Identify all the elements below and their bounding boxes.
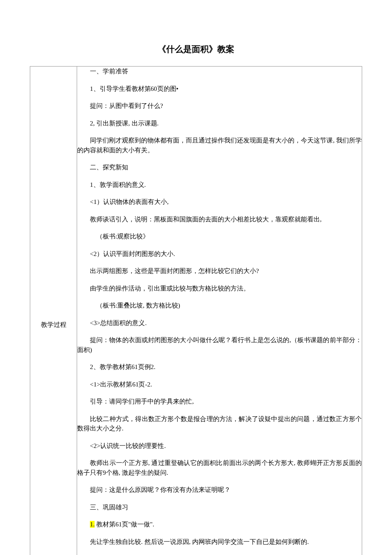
content-line: 教师出示一个正方形, 通过重登确认它的面枳比前面出示的两个长方形大, 教师蝴开正…: [77, 458, 362, 477]
lesson-plan-table: 教学过程 一、学前准答 1、引导学生看教材第60页的图• 提问：从图中看到了什么…: [30, 66, 362, 555]
content-line: <2>认识统一比较的理要性.: [77, 441, 362, 451]
content-line: 出示两组图形，这些是平面封闭图形，怎样比较它们的大小?: [77, 266, 362, 276]
content-line: 引导：请同学们用手中的学具来的忙,: [77, 397, 362, 407]
content-line: <2）认识平面封闭图形的大小.: [77, 249, 362, 259]
highlighted-text: 1.: [90, 521, 95, 528]
content-line: （板书:观察比较》: [77, 232, 362, 241]
content-line: 由学生的操作活动，引出重或比较与数方格比较的方法。: [77, 284, 362, 293]
content-line: 2, 引出新授课, 出示课题.: [77, 119, 362, 128]
content-line: 1、引导学生看教材第60页的图•: [77, 84, 362, 94]
content-line: 教师谈话引入，说明：黑板面和国旗面的去面的大小相差比较大，靠观察就能看出,: [77, 215, 362, 224]
content-line: 提问：这是什么原因呢？你有没有办法来证明呢？: [77, 485, 362, 495]
content-line: （板书:重叠比坡, 数方格比较): [77, 301, 362, 311]
content-line: 三、巩固雄习: [77, 503, 362, 512]
content-line: 2、教学教材第61页例2.: [77, 362, 362, 372]
content-line: 一、学前准答: [77, 67, 362, 76]
content-line: 先让学生独自比较. 然后说一说原因, 内网班内同学交流一下自已是如何到断的.: [77, 537, 362, 547]
content-line: <3>总结面积的意义.: [77, 318, 362, 328]
content-line: 提问：物体的衣面或封闭图形的大小叫做什么呢？看行书上是怎么说的,（板书课题的前半…: [77, 335, 362, 355]
content-line: 比较二种方式，得出数正方形个数是报合理的方法，解决了设疑中提出的问题，通过数正方…: [77, 414, 362, 433]
content-line: 1、敦学面积的意义.: [77, 180, 362, 190]
content-line: 提问：从图中看到了什么?: [77, 101, 362, 111]
content-line: <1）认识物体的表面有大小,: [77, 197, 362, 207]
content-line: 二、探究新知: [77, 163, 362, 172]
row-content-cell: 一、学前准答 1、引导学生看教材第60页的图• 提问：从图中看到了什么? 2, …: [77, 67, 362, 555]
content-line: 同学们刚才观察到的物体都有面，而且通过操作我们还发现面是有大小的，今天这节课, …: [77, 136, 362, 155]
document-title: 《什么是面积》教案: [30, 43, 362, 55]
row-label: 教学过程: [41, 321, 66, 328]
content-line: <1>出示教材第61页-2.: [77, 380, 362, 389]
content-text: 教材第61页"做一做".: [95, 521, 154, 528]
row-label-cell: 教学过程: [30, 67, 77, 555]
content-line: 1. 教材第61页"做一做".: [77, 520, 362, 529]
